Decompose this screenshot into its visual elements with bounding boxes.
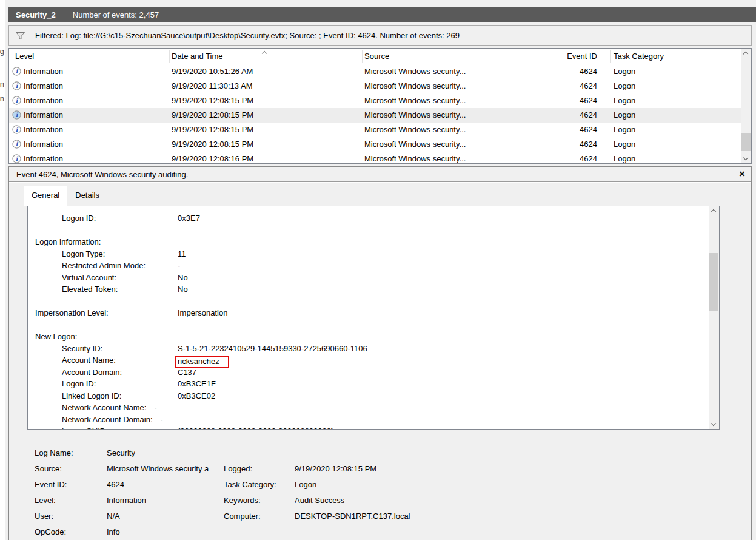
scroll-down-icon[interactable] bbox=[709, 419, 719, 429]
table-row[interactable]: i Information 9/19/2020 12:08:15 PM Micr… bbox=[9, 93, 741, 108]
cell-level: Information bbox=[24, 67, 63, 76]
cell-source: Microsoft Windows security... bbox=[364, 154, 466, 163]
description-line: Logon Type:11 bbox=[28, 249, 709, 262]
information-icon: i bbox=[12, 96, 21, 105]
log-tab-header[interactable]: Security_2 Number of events: 2,457 bbox=[8, 7, 756, 22]
property-label: Logged: bbox=[224, 464, 252, 473]
scrollbar-thumb[interactable] bbox=[709, 253, 718, 311]
column-divider[interactable] bbox=[169, 50, 170, 63]
scroll-down-icon[interactable] bbox=[741, 154, 751, 163]
cell-level: Information bbox=[24, 96, 63, 105]
information-icon: i bbox=[12, 67, 21, 76]
blank-line bbox=[28, 320, 709, 332]
property-label: Task Category: bbox=[224, 480, 276, 489]
filter-description: Filtered: Log: file://G:\c15-SzechuanSau… bbox=[35, 31, 460, 40]
tab-general[interactable]: General bbox=[24, 186, 67, 206]
table-row[interactable]: i Information 9/19/2020 11:30:13 AM Micr… bbox=[9, 79, 741, 93]
cell-source: Microsoft Windows security... bbox=[364, 96, 466, 105]
description-line: Account Name:ricksanchez bbox=[28, 356, 709, 368]
filter-banner: Filtered: Log: file://G:\c15-SzechuanSau… bbox=[8, 25, 752, 46]
information-icon: i bbox=[12, 154, 21, 163]
description-scrollbar[interactable] bbox=[709, 206, 719, 429]
information-icon: i bbox=[12, 81, 21, 90]
property-value: N/A bbox=[107, 511, 120, 521]
event-rows: i Information 9/19/2020 10:51:26 AM Micr… bbox=[9, 64, 741, 163]
event-list-scrollbar[interactable] bbox=[741, 49, 751, 163]
description-line: Network Account Name:- bbox=[28, 403, 709, 415]
table-row[interactable]: i Information 9/19/2020 12:08:15 PM Micr… bbox=[9, 137, 741, 152]
cell-level: Information bbox=[24, 110, 63, 120]
cell-task-category: Logon bbox=[614, 81, 635, 90]
description-line: Impersonation Level:Impersonation bbox=[28, 308, 709, 320]
detail-tabs: General Details bbox=[24, 186, 107, 206]
column-divider[interactable] bbox=[610, 50, 611, 63]
column-header-source[interactable]: Source bbox=[364, 52, 389, 61]
scroll-up-icon[interactable] bbox=[741, 49, 751, 58]
cell-source: Microsoft Windows security... bbox=[364, 140, 466, 149]
cell-task-category: Logon bbox=[614, 110, 635, 120]
console-tree-pane-clipped: ognn bbox=[0, 0, 5, 540]
scrollbar-thumb[interactable] bbox=[741, 133, 751, 151]
column-header-date-and-time[interactable]: Date and Time bbox=[172, 52, 223, 61]
information-icon: i bbox=[12, 125, 21, 134]
description-line: Linked Logon ID:0xB3CE02 bbox=[28, 391, 709, 403]
information-icon: i bbox=[12, 140, 21, 149]
property-label: Level: bbox=[35, 496, 56, 505]
table-row[interactable]: i Information 9/19/2020 10:51:26 AM Micr… bbox=[9, 64, 741, 79]
scroll-up-icon[interactable] bbox=[709, 206, 719, 216]
information-icon: i bbox=[12, 110, 21, 120]
cell-date-and-time: 9/19/2020 12:08:15 PM bbox=[172, 140, 253, 149]
separator bbox=[9, 181, 751, 183]
tab-details[interactable]: Details bbox=[67, 186, 107, 206]
event-detail-pane: Event 4624, Microsoft Windows security a… bbox=[8, 166, 752, 540]
cell-date-and-time: 9/19/2020 10:51:26 AM bbox=[172, 67, 253, 76]
annotation-red-box: ricksanchez bbox=[175, 356, 229, 368]
property-value: Logon bbox=[295, 480, 316, 489]
cell-date-and-time: 9/19/2020 12:08:15 PM bbox=[172, 110, 253, 120]
description-line: Restricted Admin Mode:- bbox=[28, 261, 709, 273]
cell-event-id: 4624 bbox=[543, 110, 597, 120]
column-header-event-id[interactable]: Event ID bbox=[543, 52, 597, 61]
cell-date-and-time: 9/19/2020 12:08:15 PM bbox=[172, 96, 253, 105]
property-value: DESKTOP-SDN1RPT.C137.local bbox=[295, 511, 410, 521]
table-row[interactable]: i Information 9/19/2020 12:08:15 PM Micr… bbox=[9, 123, 741, 137]
property-label: Event ID: bbox=[35, 480, 67, 489]
table-row[interactable]: i Information 9/19/2020 12:08:16 PM Micr… bbox=[9, 152, 741, 163]
property-label: Log Name: bbox=[35, 448, 73, 457]
property-value: Information bbox=[107, 496, 146, 505]
cell-level: Information bbox=[24, 154, 63, 163]
close-icon[interactable]: × bbox=[739, 167, 745, 181]
property-value: Audit Success bbox=[295, 496, 344, 505]
column-divider[interactable] bbox=[362, 50, 363, 63]
cell-task-category: Logon bbox=[614, 140, 635, 149]
property-label: User: bbox=[35, 511, 53, 521]
blank-line bbox=[28, 226, 709, 238]
log-tab-event-count: Number of events: 2,457 bbox=[73, 10, 159, 19]
cell-level: Information bbox=[24, 81, 63, 90]
filter-funnel-icon bbox=[15, 31, 25, 41]
description-line: Logon GUID:{00000000-0000-0000-0000-0000… bbox=[28, 427, 709, 429]
description-line: Security ID:S-1-5-21-2232410529-14451593… bbox=[28, 344, 709, 356]
description-line: Virtual Account:No bbox=[28, 273, 709, 285]
sort-ascending-icon bbox=[263, 50, 267, 55]
cell-date-and-time: 9/19/2020 12:08:16 PM bbox=[172, 154, 253, 163]
property-label: Source: bbox=[35, 464, 62, 473]
log-tab-title: Security_2 bbox=[16, 10, 56, 19]
description-line: Logon ID:0xB3CE1F bbox=[28, 379, 709, 391]
property-label: Computer: bbox=[224, 511, 261, 521]
description-line: Logon ID:0x3E7 bbox=[28, 214, 709, 226]
column-header-level[interactable]: Level bbox=[15, 52, 34, 61]
description-line: Account Domain:C137 bbox=[28, 368, 709, 380]
event-list: Level Date and Time Source Event ID Task… bbox=[8, 48, 752, 164]
cell-level: Information bbox=[24, 125, 63, 134]
event-properties: Log Name:SecuritySource:Microsoft Window… bbox=[9, 434, 751, 540]
detail-pane-title: Event 4624, Microsoft Windows security a… bbox=[16, 170, 188, 179]
table-row[interactable]: i Information 9/19/2020 12:08:15 PM Micr… bbox=[9, 108, 741, 123]
property-value: Microsoft Windows security a bbox=[107, 464, 213, 473]
cell-event-id: 4624 bbox=[543, 67, 597, 76]
column-header-task-category[interactable]: Task Category bbox=[614, 52, 664, 61]
cell-event-id: 4624 bbox=[543, 96, 597, 105]
cell-task-category: Logon bbox=[614, 96, 635, 105]
description-line: New Logon: bbox=[28, 332, 709, 344]
detail-pane-header: Event 4624, Microsoft Windows security a… bbox=[9, 167, 751, 181]
